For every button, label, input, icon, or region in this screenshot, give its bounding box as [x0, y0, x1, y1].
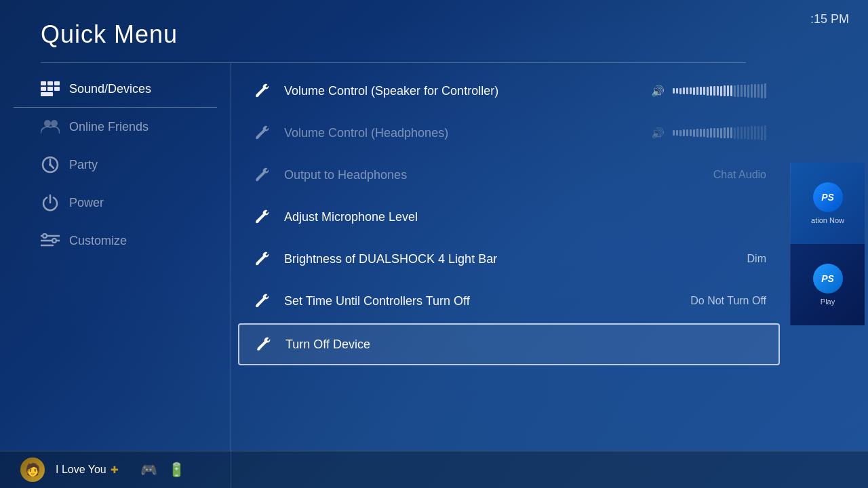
volume-ticks-headphones: [673, 125, 766, 140]
menu-item-adjust-mic[interactable]: Adjust Microphone Level: [231, 196, 787, 238]
content-area: Sound/Devices Online Friends: [0, 63, 787, 488]
menu-item-volume-headphones[interactable]: Volume Control (Headphones) 🔊: [231, 112, 787, 154]
label-volume-speaker: Volume Control (Speaker for Controller): [284, 84, 639, 98]
value-brightness: Dim: [747, 253, 766, 265]
sidebar-label-power: Power: [69, 196, 104, 210]
label-turn-off-device: Turn Off Device: [285, 338, 765, 352]
wrench-icon-set-time: [252, 291, 272, 311]
playstation-now-panel[interactable]: PS ation Now: [790, 163, 865, 244]
menu-item-volume-speaker[interactable]: Volume Control (Speaker for Controller) …: [231, 70, 787, 112]
wrench-icon-turn-off-device: [253, 334, 273, 354]
playstation-panel[interactable]: PS Play: [790, 244, 865, 325]
svg-rect-1: [47, 81, 53, 85]
svg-rect-2: [54, 81, 60, 85]
svg-point-10: [49, 163, 52, 166]
sidebar-item-customize[interactable]: Customize: [0, 222, 231, 260]
user-avatar: 🧑: [20, 458, 45, 482]
label-brightness: Brightness of DUALSHOCK 4 Light Bar: [284, 252, 735, 266]
playstation-label: Play: [821, 298, 835, 306]
menu-item-set-time[interactable]: Set Time Until Controllers Turn Off Do N…: [231, 280, 787, 322]
sidebar-item-sound-devices[interactable]: Sound/Devices: [0, 70, 231, 108]
playstation-now-logo: PS: [813, 182, 843, 212]
label-volume-headphones: Volume Control (Headphones): [284, 126, 639, 140]
menu-item-brightness[interactable]: Brightness of DUALSHOCK 4 Light Bar Dim: [231, 238, 787, 280]
sidebar-item-party[interactable]: Party: [0, 146, 231, 184]
label-output-headphones: Output to Headphones: [284, 168, 701, 182]
online-friends-icon: [41, 117, 60, 136]
controller-icon: 🎮: [140, 462, 157, 478]
wrench-icon-adjust-mic: [252, 207, 272, 227]
wrench-icon-output-headphones: [252, 165, 272, 185]
party-icon: [41, 155, 60, 174]
username: I Love You ✚: [56, 464, 119, 476]
playstation-now-label: ation Now: [811, 216, 844, 224]
sidebar-item-online-friends[interactable]: Online Friends: [0, 108, 231, 146]
sound-icon-headphones: 🔊: [651, 127, 665, 140]
sidebar-label-party: Party: [69, 158, 98, 172]
svg-point-8: [51, 120, 58, 127]
sidebar-label-customize: Customize: [69, 234, 127, 248]
sidebar-item-power[interactable]: Power: [0, 184, 231, 222]
bottom-bar: 🧑 I Love You ✚ 🎮 🔋: [0, 451, 868, 488]
page-title: Quick Menu: [0, 0, 787, 62]
value-set-time: Do Not Turn Off: [690, 295, 766, 307]
svg-point-15: [52, 239, 56, 243]
svg-rect-4: [47, 87, 53, 91]
menu-item-output-headphones[interactable]: Output to Headphones Chat Audio: [231, 154, 787, 196]
wrench-icon-brightness: [252, 249, 272, 269]
quick-menu: Quick Menu Sound/Devi: [0, 0, 787, 488]
menu-item-turn-off-device[interactable]: Turn Off Device: [238, 323, 780, 365]
svg-rect-3: [41, 87, 46, 91]
playstation-logo: PS: [813, 264, 843, 293]
volume-ticks-speaker: [673, 83, 766, 98]
power-icon: [41, 193, 60, 212]
volume-bar-headphones: 🔊: [651, 125, 766, 140]
wrench-icon-volume-headphones: [252, 123, 272, 143]
value-output-headphones: Chat Audio: [713, 169, 766, 181]
svg-point-7: [44, 120, 51, 127]
ps-plus-badge: ✚: [111, 464, 119, 475]
username-text: I Love You: [56, 464, 106, 475]
svg-rect-5: [54, 87, 60, 91]
sidebar: Sound/Devices Online Friends: [0, 63, 231, 488]
volume-bar-speaker: 🔊: [651, 83, 766, 98]
right-panel: Volume Control (Speaker for Controller) …: [231, 63, 787, 488]
wrench-icon-volume-speaker: [252, 81, 272, 101]
sidebar-label-online-friends: Online Friends: [69, 120, 149, 134]
sound-icon-speaker: 🔊: [651, 85, 665, 98]
right-side-panels: PS ation Now PS Play: [787, 0, 868, 488]
svg-rect-0: [41, 81, 46, 85]
sound-devices-icon: [41, 79, 60, 98]
customize-icon: [41, 231, 60, 250]
svg-rect-6: [41, 92, 53, 96]
label-set-time: Set Time Until Controllers Turn Off: [284, 294, 678, 308]
label-adjust-mic: Adjust Microphone Level: [284, 210, 766, 224]
svg-point-14: [43, 234, 47, 238]
sidebar-label-sound-devices: Sound/Devices: [69, 82, 151, 96]
battery-icon: 🔋: [168, 462, 185, 478]
